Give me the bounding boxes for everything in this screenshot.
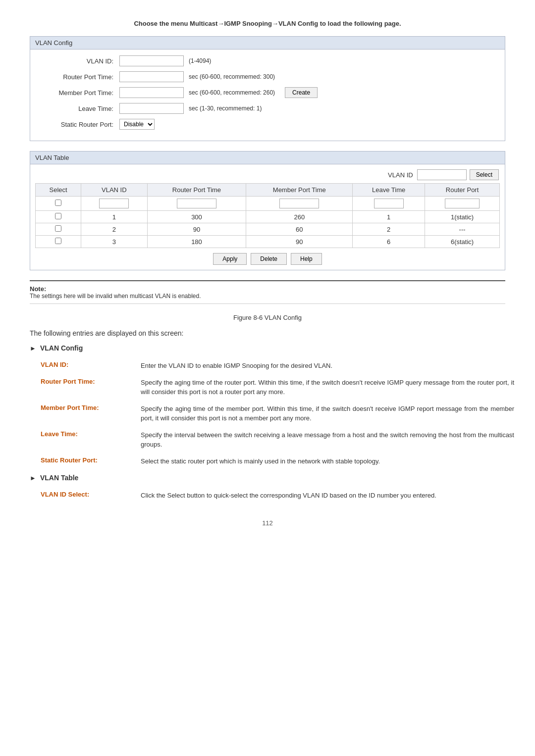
desc-label-router-port-time: Router Port Time:: [41, 375, 140, 400]
vlan-id-hint: (1-4094): [189, 57, 211, 64]
desc-label-vlan-id: VLAN ID:: [41, 358, 140, 374]
desc-label-leave-time: Leave Time:: [41, 427, 140, 453]
vlan-id-label: VLAN ID:: [40, 57, 119, 65]
section-title-vlan-table: VLAN Table: [40, 474, 79, 482]
filter-member-port-time[interactable]: [279, 199, 319, 208]
member-port-time-input[interactable]: [119, 87, 184, 98]
section-title-vlan-config: VLAN Config: [40, 344, 83, 352]
desc-value-member-port-time: Specify the aging time of the member por…: [141, 401, 514, 426]
row2-vlan-id: 2: [81, 223, 147, 236]
vlan-config-panel-header: VLAN Config: [30, 37, 505, 50]
desc-value-static-router-port: Select the static router port which is m…: [141, 454, 514, 469]
row3-vlan-id: 3: [81, 236, 147, 248]
create-button[interactable]: Create: [285, 87, 318, 98]
desc-row-static-router-port: Static Router Port: Select the static ro…: [41, 454, 514, 469]
page-number: 112: [30, 519, 505, 527]
help-button[interactable]: Help: [291, 253, 322, 265]
table-actions: Apply Delete Help: [35, 253, 500, 265]
col-member-port-time: Member Port Time: [246, 184, 353, 197]
vlan-table-panel: VLAN Table VLAN ID Select Select VLAN ID…: [30, 151, 505, 270]
row3-leave-time: 6: [353, 236, 425, 248]
intro-text: Choose the menu Multicast→IGMP Snooping→…: [30, 20, 505, 27]
row2-leave-time: 2: [353, 223, 425, 236]
leave-time-label: Leave Time:: [40, 105, 119, 112]
filter-select-checkbox[interactable]: [55, 200, 61, 206]
desc-label-member-port-time: Member Port Time:: [41, 401, 140, 426]
vlan-config-desc-table: VLAN ID: Enter the VLAN ID to enable IGM…: [40, 357, 515, 470]
col-router-port-time: Router Port Time: [147, 184, 246, 197]
col-select: Select: [36, 184, 81, 197]
member-port-time-label: Member Port Time:: [40, 89, 119, 97]
desc-value-leave-time: Specify the interval between the switch …: [141, 427, 514, 453]
static-router-port-dropdown[interactable]: Disable: [119, 119, 155, 130]
note-title: Note:: [30, 285, 505, 293]
member-port-time-row: Member Port Time: sec (60-600, recommeme…: [40, 87, 495, 98]
static-router-port-row: Static Router Port: Disable: [40, 119, 495, 130]
desc-value-vlan-id-select: Click the Select button to quick-select …: [141, 488, 514, 504]
section-vlan-table: ► VLAN Table: [30, 474, 505, 482]
row3-select-checkbox[interactable]: [55, 238, 61, 244]
desc-label-static-router-port: Static Router Port:: [41, 454, 140, 469]
vlan-table-desc-table: VLAN ID Select: Click the Select button …: [40, 487, 515, 504]
filter-row: [36, 197, 500, 211]
desc-row-router-port-time: Router Port Time: Specify the aging time…: [41, 375, 514, 400]
section-vlan-config: ► VLAN Config: [30, 344, 505, 352]
vlan-data-table: Select VLAN ID Router Port Time Member P…: [35, 183, 500, 248]
row1-member-port-time: 260: [246, 211, 353, 223]
row3-router-port-time: 180: [147, 236, 246, 248]
router-port-time-row: Router Port Time: sec (60-600, recommeme…: [40, 71, 495, 82]
delete-button[interactable]: Delete: [251, 253, 287, 265]
leave-time-row: Leave Time: sec (1-30, recommemed: 1): [40, 103, 495, 114]
vlan-table-panel-body: VLAN ID Select Select VLAN ID Router Por…: [30, 164, 505, 270]
vlan-id-select-input[interactable]: [417, 169, 467, 180]
table-row: 3 180 90 6 6(static): [36, 236, 500, 248]
row2-router-port-time: 90: [147, 223, 246, 236]
row1-select-checkbox[interactable]: [55, 213, 61, 219]
vlan-id-select-label: VLAN ID: [388, 171, 413, 179]
row3-router-port: 6(static): [425, 236, 500, 248]
vlan-config-panel-body: VLAN ID: (1-4094) Router Port Time: sec …: [30, 50, 505, 141]
entries-text: The following entries are displayed on t…: [30, 329, 505, 337]
col-leave-time: Leave Time: [353, 184, 425, 197]
router-port-time-input[interactable]: [119, 71, 184, 82]
leave-time-hint: sec (1-30, recommemed: 1): [189, 105, 262, 112]
apply-button[interactable]: Apply: [213, 253, 247, 265]
row2-member-port-time: 60: [246, 223, 353, 236]
figure-caption: Figure 8-6 VLAN Config: [30, 314, 505, 321]
router-port-time-hint: sec (60-600, recommemed: 300): [189, 73, 275, 80]
vlan-id-row: VLAN ID: (1-4094): [40, 55, 495, 66]
note-section: Note: The settings here will be invalid …: [30, 280, 505, 304]
vlan-id-input[interactable]: [119, 55, 184, 66]
col-router-port: Router Port: [425, 184, 500, 197]
desc-row-vlan-id: VLAN ID: Enter the VLAN ID to enable IGM…: [41, 358, 514, 374]
static-router-port-label: Static Router Port:: [40, 121, 119, 128]
desc-value-vlan-id: Enter the VLAN ID to enable IGMP Snoopin…: [141, 358, 514, 374]
row1-router-port: 1(static): [425, 211, 500, 223]
filter-router-port[interactable]: [445, 199, 480, 208]
table-row: 2 90 60 2 ---: [36, 223, 500, 236]
bullet-arrow-1: ►: [30, 345, 36, 352]
row2-select-checkbox[interactable]: [55, 225, 61, 232]
table-row: 1 300 260 1 1(static): [36, 211, 500, 223]
row1-router-port-time: 300: [147, 211, 246, 223]
desc-row-vlan-id-select: VLAN ID Select: Click the Select button …: [41, 488, 514, 504]
note-text: The settings here will be invalid when m…: [30, 293, 505, 300]
bullet-arrow-2: ►: [30, 474, 36, 482]
filter-leave-time[interactable]: [374, 199, 404, 208]
leave-time-input[interactable]: [119, 103, 184, 114]
member-port-time-hint: sec (60-600, recommemed: 260): [189, 89, 275, 96]
desc-value-router-port-time: Specify the aging time of the router por…: [141, 375, 514, 400]
select-button[interactable]: Select: [470, 169, 499, 180]
row2-router-port: ---: [425, 223, 500, 236]
row1-leave-time: 1: [353, 211, 425, 223]
desc-row-leave-time: Leave Time: Specify the interval between…: [41, 427, 514, 453]
row3-member-port-time: 90: [246, 236, 353, 248]
vlan-config-panel: VLAN Config VLAN ID: (1-4094) Router Por…: [30, 36, 505, 141]
router-port-time-label: Router Port Time:: [40, 73, 119, 81]
filter-vlan-id[interactable]: [99, 199, 129, 208]
filter-router-port-time[interactable]: [177, 199, 216, 208]
row1-vlan-id: 1: [81, 211, 147, 223]
desc-row-member-port-time: Member Port Time: Specify the aging time…: [41, 401, 514, 426]
desc-label-vlan-id-select: VLAN ID Select:: [41, 488, 140, 504]
vlan-table-panel-header: VLAN Table: [30, 151, 505, 164]
